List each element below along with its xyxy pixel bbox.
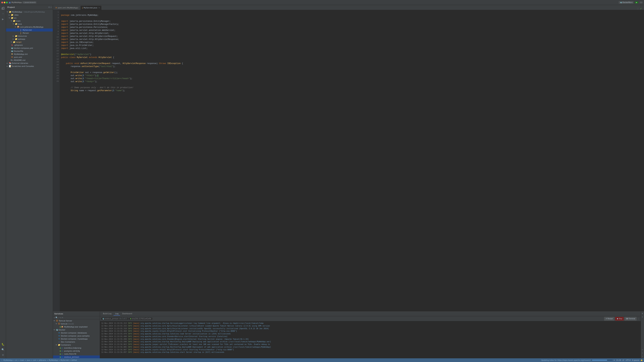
service-dev-containers[interactable]: ⬡ Dev Containers: [53, 340, 100, 344]
panel-filter-icon[interactable]: ≡: [641, 352, 644, 354]
tree-item-mywebapp[interactable]: ▼ 📁 MyWebApp ~/IdeaProjects/MyWebApp: [6, 10, 53, 13]
panel-expand-icon[interactable]: ▼: [641, 312, 644, 315]
tab-pom-xml[interactable]: M pom.xml (MyWebApp): [54, 5, 80, 10]
tree-item-pomxml[interactable]: M pom.xml: [6, 56, 53, 59]
service-compose-databases[interactable]: ⧉ Docker-compose: databases: [53, 331, 100, 334]
terminal-button[interactable]: ⌨ Terminal: [624, 317, 636, 321]
package-icon: 📦: [17, 26, 20, 28]
tree-item-gitignore[interactable]: G .gitignore: [6, 43, 53, 46]
tab-dashboard[interactable]: Dashboard: [120, 312, 134, 316]
tree-item-dockerfile[interactable]: 🐳 Dockerfile: [6, 50, 53, 53]
tree-label: Dev Containers: [61, 341, 75, 343]
log-more-icon[interactable]: ⋮: [637, 318, 639, 320]
line-number: 16: [53, 52, 59, 55]
breadcrumb: MyWebApp > src > main > java > com > jet…: [3, 359, 77, 361]
panel-scroll-icon[interactable]: ↓: [641, 355, 644, 358]
tree-label: java: [18, 23, 22, 25]
line-number: 26: [53, 80, 59, 83]
tree-item-iml[interactable]: M MyWebApp.iml: [6, 53, 53, 56]
panel-settings-icon[interactable]: ⚙: [641, 316, 644, 318]
devcontainer-icon: ⬡: [58, 341, 60, 343]
sidebar-project-icon[interactable]: [1, 6, 5, 11]
tab-label: MyServlet.java: [84, 7, 97, 9]
service-containers-folder[interactable]: ▼ 📁 Containers: [53, 344, 100, 347]
collapse-service-icon[interactable]: ∧: [60, 317, 62, 319]
log-content[interactable]: 12-Nov-2024 11:33:55.313 INFO [main] org…: [100, 321, 641, 358]
tab-log[interactable]: Log: [114, 312, 120, 316]
tree-item-myservlet[interactable]: J MyServlet: [6, 28, 53, 31]
expand-service-icon[interactable]: ⤢: [58, 317, 60, 319]
tree-item-idea[interactable]: ▶ 📁 .idea: [6, 13, 53, 16]
service-container-redis[interactable]: ● □ redis-fli2m78: [53, 353, 100, 356]
tree-item-readme[interactable]: M↓ README.md: [6, 59, 53, 62]
run-button[interactable]: ▶: [635, 1, 638, 3]
service-compose-java[interactable]: ⧉ Docker-compose: java-samples: [53, 334, 100, 337]
indent-settings[interactable]: 4 spaces: [632, 359, 639, 361]
tree-item-webapp[interactable]: ▶ 📁 webapp: [6, 37, 53, 40]
log-tabs: Build Log Log Dashboard: [100, 312, 641, 316]
more-button[interactable]: ⋮: [640, 1, 643, 3]
tree-item-ext-libs[interactable]: ▶ 📚 External Libraries: [6, 62, 53, 65]
cursor-position[interactable]: 21:29: [616, 359, 621, 361]
svg-rect-0: [2, 8, 3, 9]
app-logo: ▣: [9, 1, 11, 4]
restart-button[interactable]: ↺ Restart: [604, 317, 614, 321]
dockerfile-button[interactable]: 🐳 Dockerfile ▾: [619, 1, 634, 4]
tree-item-target[interactable]: ▼ 📁 target: [6, 40, 53, 43]
tree-item-main[interactable]: ▼ 📁 main: [6, 19, 53, 22]
stop-button[interactable]: ⏹ Stop: [615, 317, 624, 321]
code-content[interactable]: package com.jetbrains.MyWebApp; import j…: [60, 10, 644, 311]
sidebar-debug-icon[interactable]: 🐛: [1, 342, 5, 347]
services-title: Services: [54, 313, 63, 315]
sidebar-vcs-icon[interactable]: ⑂: [1, 11, 5, 16]
tree-item-src[interactable]: ▼ 📁 src: [6, 16, 53, 19]
sidebar-run-icon[interactable]: ▶: [1, 17, 5, 21]
panel-wrap-icon[interactable]: ⇌: [641, 348, 644, 351]
tab-myservlet-java[interactable]: J MyServlet.java ✕: [80, 5, 102, 10]
service-webapp-artifact[interactable]: ● 📦 MyWebApp:war exploded: [53, 325, 100, 328]
log-entry: 12-Nov-2024 11:33:55.315 INFO [main] org…: [101, 325, 639, 327]
indexing-text: Updating index for https://repo.maven.ap…: [541, 359, 591, 361]
maximize-button[interactable]: [6, 2, 8, 3]
tree-item-resources[interactable]: ▶ 📁 resources: [6, 34, 53, 37]
tab-build-log[interactable]: Build Log: [101, 312, 113, 316]
service-tomcat-local[interactable]: ▼ 🐱 tomcat [local]: [53, 322, 100, 325]
tree-item-package[interactable]: ▼ 📦 com.jetbrains.MyWebApp: [6, 25, 53, 28]
service-container-zealous[interactable]: ● □ zealous_jemison: [53, 356, 100, 358]
tree-label: Dockerfile: [14, 50, 23, 52]
close-button[interactable]: [1, 2, 3, 3]
tree-label: Containers: [61, 344, 71, 346]
project-settings-icon[interactable]: ⚙: [48, 6, 50, 8]
sidebar-settings-icon[interactable]: ⚙: [1, 353, 5, 357]
file-encoding[interactable]: UTF-8: [626, 359, 630, 361]
tab-close-icon[interactable]: ✕: [98, 7, 100, 9]
tree-label: target: [16, 41, 22, 43]
project-collapse-icon[interactable]: ▾: [50, 6, 52, 8]
search-service-icon[interactable]: 🔍: [56, 317, 58, 319]
tab-more-icon[interactable]: ⋮: [637, 7, 639, 10]
line-endings[interactable]: LF: [622, 359, 624, 361]
service-container-postgres[interactable]: ● □ postgres-odr2j3g: [53, 350, 100, 353]
notifications-icon[interactable]: 🔔: [641, 359, 643, 361]
line-number: 8: [53, 30, 59, 33]
tree-item-dockercompose[interactable]: 🐳 docker-compose.yml: [6, 46, 53, 50]
running-dot: ●: [60, 356, 61, 358]
close-service-icon[interactable]: ✕: [62, 317, 63, 319]
tree-item-person[interactable]: J Person: [6, 31, 53, 34]
docker-icon: 🐳: [620, 1, 622, 3]
service-compose-mywebapp[interactable]: ⧉ Docker-compose: mywebapp: [53, 337, 100, 340]
sidebar-search-icon[interactable]: 🔍: [1, 347, 5, 352]
image-hash-badge: ● sha256:157651e42e9d: [129, 318, 152, 320]
log-entry: 12-Nov-2024 11:33:56.097 INFO [main] org…: [101, 351, 639, 354]
tree-item-java[interactable]: ▼ 📁 java: [6, 22, 53, 25]
tree-label: redis-fli2m78: [64, 353, 76, 355]
tree-item-scratches[interactable]: ▶ 📝 Scratches and Consoles: [6, 65, 53, 68]
window-controls[interactable]: [1, 2, 8, 3]
main-layout: ⑂ ▶ 🐛 🔍 ⚙ Project ⚙ ▾ ▼ 📁 MyWebApp ~/Ide…: [0, 5, 644, 358]
service-docker[interactable]: ▼ 🐳 Docker: [53, 328, 100, 331]
minimize-button[interactable]: [4, 2, 5, 3]
cancel-indexing-icon[interactable]: ✕: [614, 359, 615, 361]
service-tomcat-server[interactable]: ▼ 🐱 Tomcat Server: [53, 319, 100, 322]
add-service-icon[interactable]: +: [54, 317, 55, 319]
service-container-eventbus[interactable]: ● □ eventbus-bdpnsng: [53, 347, 100, 350]
